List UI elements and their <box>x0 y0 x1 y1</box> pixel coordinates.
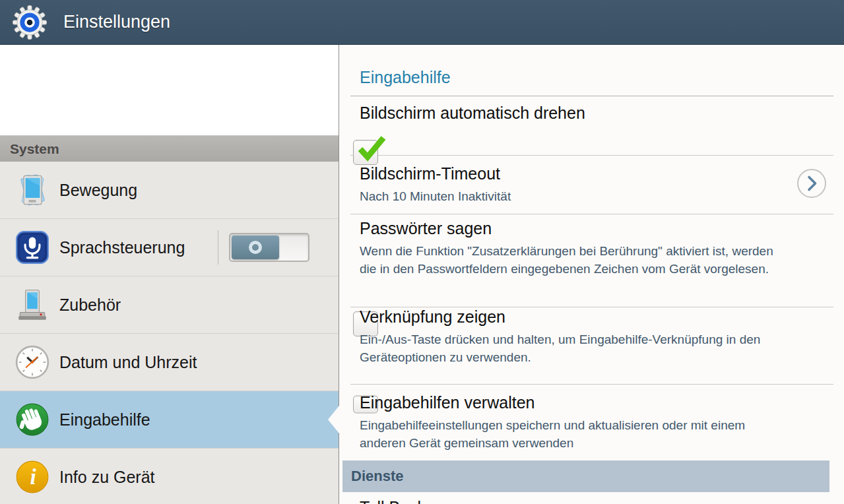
accessibility-hand-icon <box>15 402 50 437</box>
page-title: Einstellungen <box>63 12 170 32</box>
sidebar-item-bewegung[interactable]: Bewegung <box>0 162 339 219</box>
clock-icon <box>15 344 50 380</box>
setting-title: Bildschirm automatisch drehen <box>360 104 785 123</box>
setting-subtitle: Eingabehilfeeinstellungen speichern und … <box>360 416 785 452</box>
setting-row-show-shortcut[interactable]: Verknüpfung zeigen Ein-/Aus-Taste drücke… <box>350 307 833 385</box>
toggle-knob <box>232 236 279 259</box>
motion-phone-icon <box>15 172 50 208</box>
sidebar-item-datum-uhrzeit[interactable]: Datum und Uhrzeit <box>0 334 339 391</box>
sidebar-item-label: Datum und Uhrzeit <box>59 353 197 372</box>
sidebar-section-system: System <box>0 135 339 162</box>
setting-subtitle: Nach 10 Minuten Inaktivität <box>360 187 785 205</box>
panel-title: Eingabehilfe <box>340 45 844 96</box>
setting-title: Passwörter sagen <box>360 219 785 238</box>
setting-subtitle: Ein-/Aus-Taste drücken und halten, um Ei… <box>360 331 785 366</box>
sidebar-item-zubehoer[interactable]: Zubehör <box>0 276 339 334</box>
chevron-right-icon[interactable] <box>796 168 827 201</box>
sidebar-item-sprachsteuerung[interactable]: Sprachsteuerung <box>0 219 339 276</box>
sidebar-item-eingabehilfe[interactable]: Eingabehilfe <box>0 391 339 449</box>
setting-row-talkback-partial[interactable]: TalkBack <box>360 498 426 504</box>
sidebar-item-label: Info zu Gerät <box>59 468 155 487</box>
voice-control-mic-icon <box>15 230 50 265</box>
setting-title: Verknüpfung zeigen <box>360 307 785 327</box>
setting-row-auto-rotate[interactable]: Bildschirm automatisch drehen <box>350 96 833 156</box>
sidebar-item-label: Zubehör <box>59 296 121 315</box>
voice-control-toggle[interactable] <box>229 233 309 262</box>
detail-panel: Eingabehilfe Bildschirm automatisch dreh… <box>340 45 844 504</box>
sidebar-item-label: Sprachsteuerung <box>59 238 185 257</box>
setting-row-speak-passwords[interactable]: Passwörter sagen Wenn die Funktion "Zusa… <box>350 214 833 307</box>
app-header: Einstellungen <box>0 0 844 45</box>
section-header-dienste: Dienste <box>342 460 829 492</box>
info-icon: i <box>15 459 50 495</box>
settings-sidebar: System Bewegung Sprachste <box>0 45 339 504</box>
dock-accessory-icon <box>15 287 50 323</box>
divider <box>218 230 218 265</box>
setting-title: Eingabehilfen verwalten <box>360 393 785 412</box>
sidebar-item-label: Eingabehilfe <box>59 410 150 429</box>
sidebar-item-info-zu-geraet[interactable]: i Info zu Gerät <box>0 449 339 504</box>
setting-row-screen-timeout[interactable]: Bildschirm-Timeout Nach 10 Minuten Inakt… <box>350 156 833 214</box>
setting-subtitle: Wenn die Funktion "Zusatzerklärungen bei… <box>360 242 785 278</box>
sidebar-item-label: Bewegung <box>59 181 137 200</box>
setting-title: Bildschirm-Timeout <box>360 164 785 183</box>
setting-row-manage-accessibility[interactable]: Eingabehilfen verwalten Eingabehilfeeins… <box>350 385 833 460</box>
svg-text:i: i <box>30 464 36 489</box>
sidebar-empty-space <box>0 45 339 135</box>
settings-gear-icon <box>12 5 48 40</box>
